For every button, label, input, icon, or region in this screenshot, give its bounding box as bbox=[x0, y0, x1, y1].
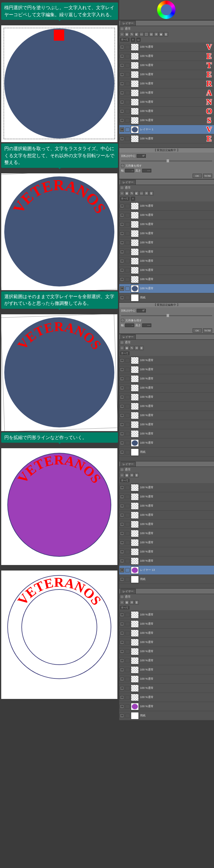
layer-row[interactable]: 👁100 %通常 bbox=[119, 520, 214, 529]
visibility-icon[interactable]: 👁 bbox=[120, 54, 124, 58]
blend-icon[interactable]: □ bbox=[120, 340, 124, 345]
visibility-icon[interactable]: 👁 bbox=[120, 137, 124, 141]
keep-original-checkbox[interactable]: ✓ bbox=[121, 164, 124, 167]
layer-row[interactable]: 👁100 %通常 bbox=[119, 619, 214, 629]
layer-row[interactable]: 👁用紙 bbox=[119, 447, 214, 457]
visibility-icon[interactable]: 👁 bbox=[120, 540, 124, 545]
layer-row[interactable]: 👁100 %通常 bbox=[119, 247, 214, 256]
canvas-stage-3[interactable]: VETERANOS bbox=[1, 314, 117, 431]
blend-icon[interactable]: □ bbox=[120, 27, 124, 31]
layer-row[interactable]: 👁100 %通常S bbox=[119, 116, 214, 125]
lock-toggle[interactable] bbox=[125, 259, 130, 263]
tool-btn[interactable]: ⊞ bbox=[154, 32, 158, 36]
layer-row[interactable]: 👁100 %通常E bbox=[119, 52, 214, 61]
lock-toggle[interactable] bbox=[125, 358, 130, 363]
tool-btn[interactable]: ▦ bbox=[125, 346, 129, 350]
visibility-icon[interactable]: 👁 bbox=[120, 550, 124, 554]
layers-tab[interactable]: レイヤー bbox=[120, 589, 136, 594]
layer-row[interactable]: 👁100 %通常 bbox=[119, 675, 214, 684]
lock-toggle[interactable] bbox=[125, 241, 130, 245]
blend-mode-label[interactable]: 通常 bbox=[125, 467, 131, 472]
layer-row[interactable]: 👁100 %通常 bbox=[119, 529, 214, 538]
lock-toggle[interactable] bbox=[125, 72, 130, 77]
filter-icon[interactable]: T bbox=[131, 196, 135, 201]
lock-toggle[interactable] bbox=[125, 268, 130, 272]
tool-btn[interactable]: ＋ bbox=[120, 191, 124, 195]
lock-toggle[interactable] bbox=[125, 577, 130, 582]
visibility-icon[interactable]: 👁 bbox=[120, 72, 124, 77]
lock-toggle[interactable] bbox=[125, 668, 130, 672]
blend-mode-label[interactable]: 通常 bbox=[125, 595, 131, 599]
visibility-icon[interactable]: 👁 bbox=[120, 441, 124, 445]
lock-toggle[interactable] bbox=[125, 286, 130, 291]
visibility-icon[interactable]: 👁 bbox=[120, 658, 124, 663]
visibility-icon[interactable]: 👁 bbox=[120, 213, 124, 217]
layer-row[interactable]: 👁100 %通常E bbox=[119, 70, 214, 79]
visibility-icon[interactable]: 👁 bbox=[120, 82, 124, 86]
lock-toggle[interactable] bbox=[125, 504, 130, 508]
lock-toggle[interactable] bbox=[125, 100, 130, 104]
layer-row[interactable]: 👁100 %通常V bbox=[119, 42, 214, 52]
visibility-icon[interactable]: 👁 bbox=[120, 423, 124, 427]
visibility-icon[interactable]: 👁 bbox=[120, 241, 124, 245]
height-field[interactable]: ---- bbox=[142, 169, 151, 173]
visibility-icon[interactable]: 👁 bbox=[120, 296, 124, 300]
tool-btn[interactable]: ▦ bbox=[125, 191, 129, 195]
lock-toggle[interactable] bbox=[125, 441, 130, 445]
canvas-stage-2[interactable]: VETERANOS bbox=[1, 173, 117, 290]
tool-btn[interactable]: ▣ bbox=[159, 32, 163, 36]
transform-bounding-box[interactable] bbox=[1, 173, 117, 290]
cancel-button[interactable]: ｷｬﾝｾﾙ bbox=[203, 329, 212, 333]
visibility-icon[interactable]: 👁 bbox=[120, 286, 124, 291]
layer-row[interactable]: 👁100 %通常 bbox=[119, 684, 214, 693]
layers-tab[interactable]: レイヤー bbox=[120, 335, 136, 339]
lock-toggle[interactable] bbox=[125, 649, 130, 654]
blend-mode-label[interactable]: 通常 bbox=[125, 27, 131, 31]
blend-icon[interactable]: □ bbox=[120, 186, 124, 190]
visibility-icon[interactable]: 👁 bbox=[120, 45, 124, 49]
layer-row[interactable]: 👁100 %通常T bbox=[119, 61, 214, 70]
layers-tab[interactable]: レイヤー bbox=[120, 180, 136, 185]
layer-row[interactable]: 👁100 %通常 bbox=[119, 438, 214, 447]
layer-row[interactable]: 👁100 %通常 bbox=[119, 538, 214, 547]
lock-toggle[interactable] bbox=[125, 631, 130, 635]
visibility-icon[interactable]: 👁 bbox=[120, 91, 124, 95]
visibility-icon[interactable]: 👁 bbox=[120, 404, 124, 408]
tool-btn[interactable]: ▦ bbox=[125, 32, 129, 36]
lock-toggle[interactable] bbox=[125, 540, 130, 545]
layers-tab[interactable]: レイヤー bbox=[120, 21, 136, 26]
visibility-icon[interactable]: 👁 bbox=[120, 413, 124, 417]
blend-mode-label[interactable]: 通常 bbox=[125, 186, 131, 190]
layer-row[interactable]: 👁100 %通常 bbox=[119, 547, 214, 556]
tool-btn[interactable]: ◧ bbox=[134, 32, 139, 36]
layers-tab[interactable]: レイヤー bbox=[120, 462, 136, 467]
trash-icon[interactable]: 🗑 bbox=[164, 32, 168, 36]
layer-row[interactable]: 👁100 %通常 bbox=[119, 275, 214, 284]
lock-toggle[interactable] bbox=[125, 513, 130, 517]
layer-row[interactable]: 👁用紙 bbox=[119, 575, 214, 584]
lock-toggle[interactable] bbox=[125, 714, 130, 718]
width-field[interactable]: -- bbox=[125, 323, 134, 327]
lock-toggle[interactable] bbox=[125, 613, 130, 617]
visibility-icon[interactable]: 👁 bbox=[120, 100, 124, 104]
tool-btn[interactable]: ◧ bbox=[134, 191, 139, 195]
layer-row[interactable]: 👁100 %通常 bbox=[119, 510, 214, 520]
trash-icon[interactable]: 🗑 bbox=[134, 473, 139, 477]
lock-toggle[interactable] bbox=[125, 277, 130, 282]
lock-toggle[interactable] bbox=[125, 91, 130, 95]
lock-toggle[interactable] bbox=[125, 686, 130, 690]
layer-row[interactable]: 👁100 %通常 bbox=[119, 556, 214, 566]
visibility-icon[interactable]: 👁 bbox=[120, 705, 124, 709]
layer-row[interactable]: 👁100 %通常 bbox=[119, 411, 214, 420]
visibility-icon[interactable]: 👁 bbox=[120, 686, 124, 690]
visibility-icon[interactable]: 👁 bbox=[120, 559, 124, 563]
layer-row[interactable]: 👁100 %通常R bbox=[119, 79, 214, 88]
layer-row[interactable]: 👁100 %通常 bbox=[119, 383, 214, 393]
lock-toggle[interactable] bbox=[125, 486, 130, 490]
lock-toggle[interactable] bbox=[125, 222, 130, 226]
color-wheel[interactable] bbox=[157, 1, 176, 19]
visibility-icon[interactable]: 👁 bbox=[120, 118, 124, 123]
layer-row[interactable]: 👁100 %通常 bbox=[119, 492, 214, 501]
layer-row[interactable]: 👁100 %通常 bbox=[119, 374, 214, 383]
lock-toggle[interactable] bbox=[125, 250, 130, 254]
